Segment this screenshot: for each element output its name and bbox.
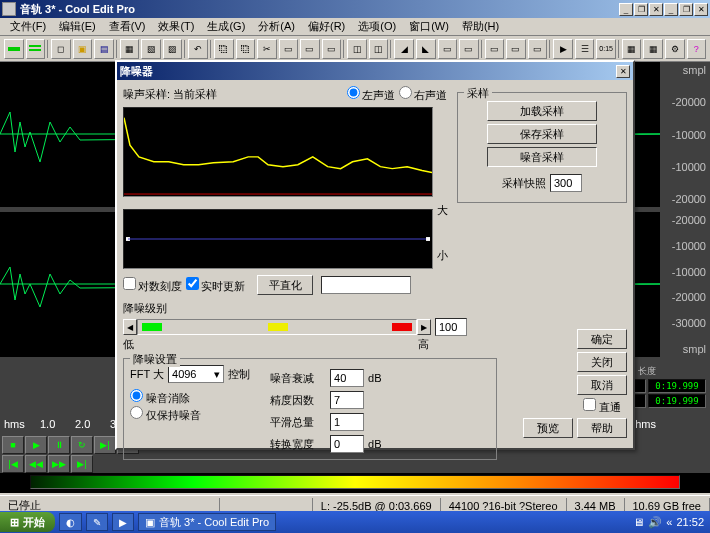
tb-f3[interactable]: 0:15 bbox=[596, 39, 616, 59]
menu-effects[interactable]: 效果(T) bbox=[152, 18, 200, 35]
tb-paste[interactable]: ▭ bbox=[279, 39, 299, 59]
end-button[interactable]: ▶| bbox=[71, 455, 93, 473]
pause-button[interactable]: ⏸ bbox=[48, 436, 70, 454]
scale-label: -30000 bbox=[662, 317, 708, 329]
dialog-close-button[interactable]: ✕ bbox=[616, 65, 630, 78]
save-profile-button[interactable]: 保存采样 bbox=[487, 124, 597, 144]
reduction-slider[interactable] bbox=[137, 319, 417, 335]
level-meter[interactable] bbox=[0, 473, 710, 493]
tray-icon[interactable]: 🔊 bbox=[648, 516, 662, 529]
scale-label: -20000 bbox=[662, 291, 708, 303]
tb-d3[interactable]: ▭ bbox=[438, 39, 458, 59]
reduction-envelope-graph[interactable] bbox=[123, 209, 433, 269]
ql-icon[interactable]: ▶ bbox=[112, 513, 134, 531]
tb-f2[interactable]: ☰ bbox=[575, 39, 595, 59]
play-end-button[interactable]: ▶| bbox=[94, 436, 116, 454]
tb-d2[interactable]: ◣ bbox=[416, 39, 436, 59]
tb-copy[interactable]: ⿻ bbox=[214, 39, 234, 59]
ql-icon[interactable]: ◐ bbox=[59, 513, 82, 531]
tb-g3[interactable]: ⚙ bbox=[665, 39, 685, 59]
preview-button[interactable]: 预览 bbox=[523, 418, 573, 438]
keep-noise-radio[interactable]: 仅保持噪音 bbox=[130, 406, 250, 423]
tb-copy2[interactable]: ⿻ bbox=[236, 39, 256, 59]
smooth-input[interactable]: 1 bbox=[330, 413, 364, 431]
tray-lang[interactable]: « bbox=[666, 516, 672, 528]
ok-button[interactable]: 确定 bbox=[577, 329, 627, 349]
taskbar-app[interactable]: ▣音轨 3* - Cool Edit Pro bbox=[138, 513, 276, 531]
close2-button[interactable]: ✕ bbox=[694, 3, 708, 16]
slider-left-button[interactable]: ◀ bbox=[123, 319, 137, 335]
tb-d4[interactable]: ▭ bbox=[459, 39, 479, 59]
tb-e2[interactable]: ▭ bbox=[506, 39, 526, 59]
close-button[interactable]: 关闭 bbox=[577, 352, 627, 372]
tb-mode2[interactable] bbox=[26, 39, 46, 59]
play-loop-button[interactable]: ↻ bbox=[71, 436, 93, 454]
load-profile-button[interactable]: 加载采样 bbox=[487, 101, 597, 121]
tb-undo[interactable]: ↶ bbox=[188, 39, 208, 59]
menu-window[interactable]: 窗口(W) bbox=[403, 18, 455, 35]
tb-cut[interactable]: ✂ bbox=[257, 39, 277, 59]
ql-icon[interactable]: ✎ bbox=[86, 513, 108, 531]
tb-c2[interactable]: ◫ bbox=[369, 39, 389, 59]
menu-favorites[interactable]: 偏好(R) bbox=[302, 18, 351, 35]
help-button[interactable]: 帮助 bbox=[577, 418, 627, 438]
cancel-button[interactable]: 取消 bbox=[577, 375, 627, 395]
start-button[interactable]: ⊞开始 bbox=[0, 512, 55, 532]
right-channel-radio[interactable]: 右声道 bbox=[399, 86, 447, 103]
tb-b3[interactable]: ▨ bbox=[163, 39, 183, 59]
tb-mix[interactable]: ▭ bbox=[300, 39, 320, 59]
passthrough-checkbox[interactable]: 直通 bbox=[583, 398, 621, 415]
tb-new[interactable]: ◻ bbox=[51, 39, 71, 59]
minimize2-button[interactable]: _ bbox=[664, 3, 678, 16]
width-input[interactable]: 0 bbox=[330, 435, 364, 453]
tb-b1[interactable]: ▦ bbox=[120, 39, 140, 59]
menu-analyze[interactable]: 分析(A) bbox=[252, 18, 301, 35]
minimize-button[interactable]: _ bbox=[619, 3, 633, 16]
reduction-value-input[interactable]: 100 bbox=[435, 318, 467, 336]
tb-b2[interactable]: ▧ bbox=[141, 39, 161, 59]
tb-open[interactable]: ▣ bbox=[73, 39, 93, 59]
dialog-titlebar[interactable]: 降噪器 ✕ bbox=[117, 62, 633, 80]
menu-view[interactable]: 查看(V) bbox=[103, 18, 152, 35]
ffwd-button[interactable]: ▶▶ bbox=[48, 455, 70, 473]
close-button[interactable]: ✕ bbox=[649, 3, 663, 16]
tb-c1[interactable]: ◫ bbox=[347, 39, 367, 59]
restore-button[interactable]: ❐ bbox=[679, 3, 693, 16]
snapshot-input[interactable]: 300 bbox=[550, 174, 582, 192]
tb-mode1[interactable] bbox=[4, 39, 24, 59]
system-tray[interactable]: 🖥 🔊 « 21:52 bbox=[627, 516, 710, 529]
menu-help[interactable]: 帮助(H) bbox=[456, 18, 505, 35]
maximize-button[interactable]: ❐ bbox=[634, 3, 648, 16]
noise-profile-graph[interactable] bbox=[123, 107, 433, 197]
begin-button[interactable]: |◀ bbox=[2, 455, 24, 473]
menu-edit[interactable]: 编辑(E) bbox=[53, 18, 102, 35]
rew-button[interactable]: ◀◀ bbox=[25, 455, 47, 473]
menu-options[interactable]: 选项(O) bbox=[352, 18, 402, 35]
tray-icon[interactable]: 🖥 bbox=[633, 516, 644, 528]
tb-e1[interactable]: ▭ bbox=[485, 39, 505, 59]
stop-button[interactable]: ■ bbox=[2, 436, 24, 454]
log-scale-checkbox[interactable]: 对数刻度 bbox=[123, 277, 182, 294]
tb-help[interactable]: ? bbox=[687, 39, 707, 59]
flatten-button[interactable]: 平直化 bbox=[257, 275, 313, 295]
fft-size-select[interactable]: 4096▾ bbox=[168, 365, 224, 383]
play-button[interactable]: ▶ bbox=[25, 436, 47, 454]
tb-e3[interactable]: ▭ bbox=[528, 39, 548, 59]
precision-input[interactable]: 7 bbox=[330, 391, 364, 409]
tb-save[interactable]: ▤ bbox=[94, 39, 114, 59]
menu-generate[interactable]: 生成(G) bbox=[201, 18, 251, 35]
realtime-checkbox[interactable]: 实时更新 bbox=[186, 277, 245, 294]
left-channel-radio[interactable]: 左声道 bbox=[347, 86, 395, 103]
tb-g1[interactable]: ▦ bbox=[622, 39, 642, 59]
tb-g2[interactable]: ▦ bbox=[643, 39, 663, 59]
tb-f1[interactable]: ▶ bbox=[553, 39, 573, 59]
remove-noise-radio[interactable]: 噪音消除 bbox=[130, 389, 250, 406]
tb-d1[interactable]: ◢ bbox=[394, 39, 414, 59]
get-profile-button[interactable]: 噪音采样 bbox=[487, 147, 597, 167]
reduce-by-input[interactable]: 40 bbox=[330, 369, 364, 387]
sample-legend: 采样 bbox=[464, 86, 492, 101]
slider-right-button[interactable]: ▶ bbox=[417, 319, 431, 335]
tb-trim[interactable]: ▭ bbox=[322, 39, 342, 59]
menu-file[interactable]: 文件(F) bbox=[4, 18, 52, 35]
scale-label: -10000 bbox=[662, 161, 708, 173]
